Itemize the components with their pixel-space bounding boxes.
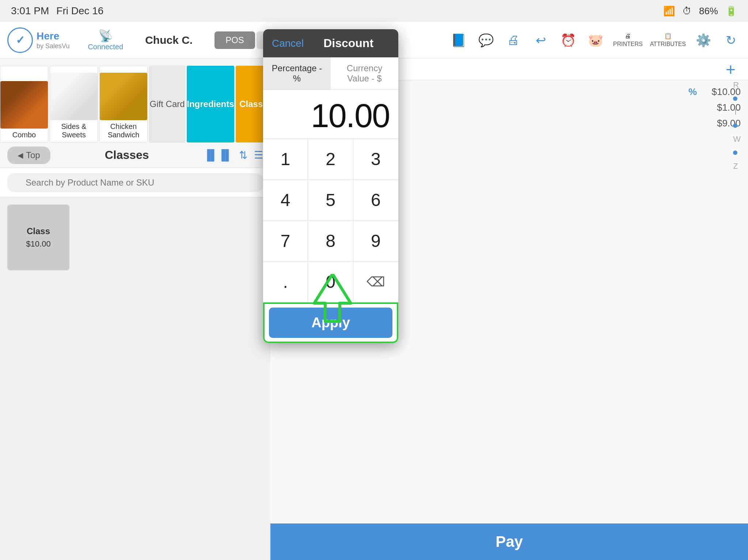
wifi-connected-icon: 📡	[98, 29, 113, 43]
time: 3:01 PM	[11, 5, 49, 17]
sandwich-label: Chicken Sandwich	[100, 122, 147, 139]
dot-2	[733, 123, 737, 128]
currency-type-button[interactable]: Currency Value - $	[331, 57, 398, 89]
combo-label: Combo	[12, 131, 36, 139]
wifi-icon: 📶	[663, 5, 675, 17]
category-sides[interactable]: Sides & Sweets	[50, 66, 98, 142]
numpad-9[interactable]: 9	[353, 221, 398, 262]
letter-w[interactable]: W	[733, 134, 741, 144]
logo-area: ✓ Here by SalesVu	[7, 27, 69, 53]
dot-3	[733, 151, 737, 155]
logo-salesvu: by SalesVu	[37, 42, 69, 50]
attributes-label: ATTRIBUTES	[650, 41, 686, 47]
discount-modal: Cancel Discount Percentage - % Currency …	[263, 29, 398, 343]
letter-r[interactable]: R	[733, 80, 741, 90]
connected-label: Connected	[88, 43, 123, 51]
category-gift-card[interactable]: Gift Card	[149, 66, 185, 142]
numpad: 1 2 3 4 5 6 7 8 9 . 0 ⌫	[263, 138, 398, 302]
search-bar	[0, 168, 270, 197]
alarm-icon[interactable]: ⏰	[558, 30, 578, 50]
classes-icons: ▐▌▐▌ ⇅ ☰	[204, 149, 263, 161]
logo-icon: ✓	[7, 27, 33, 53]
letter-z[interactable]: Z	[733, 161, 741, 171]
category-combo[interactable]: Combo	[0, 66, 48, 142]
facebook-icon[interactable]: 📘	[449, 30, 469, 50]
dot-1	[733, 96, 737, 101]
sweets-image	[50, 73, 98, 120]
classes-title: Classes	[105, 148, 149, 162]
header-icons: 📘 💬 🖨 ↩ ⏰ 🐷 🖨 PRINTERS 📋 ATTRIBUTES ⚙️ ↻	[449, 30, 741, 50]
gift-card-label: Gift Card	[150, 99, 185, 109]
printers-label: PRINTERS	[613, 41, 643, 47]
ingredients-label: Ingredients	[187, 99, 234, 109]
classes-bar: Top Classes ▐▌▐▌ ⇅ ☰	[0, 142, 270, 168]
numpad-5[interactable]: 5	[308, 180, 353, 221]
product-name: Class	[27, 226, 50, 236]
numpad-3[interactable]: 3	[353, 139, 398, 180]
numpad-7[interactable]: 7	[263, 221, 308, 262]
sidebar-letters: R T W Z	[733, 80, 741, 171]
numpad-4[interactable]: 4	[263, 180, 308, 221]
category-sandwich[interactable]: Chicken Sandwich	[99, 66, 148, 142]
piggy-icon[interactable]: 🐷	[586, 30, 606, 50]
discount-value: 10.00	[311, 98, 390, 134]
battery-icon: 🔋	[725, 5, 737, 17]
sides-label: Sides & Sweets	[50, 122, 98, 139]
attributes-area[interactable]: 📋 ATTRIBUTES	[650, 33, 686, 47]
top-button[interactable]: Top	[7, 146, 50, 164]
category-ingredients[interactable]: Ingredients	[187, 66, 234, 142]
top-button-label: Top	[26, 150, 40, 160]
menu-icon[interactable]: ☰	[254, 149, 263, 161]
cancel-button[interactable]: Cancel	[272, 38, 304, 49]
combo-image	[0, 81, 48, 129]
refresh-icon[interactable]: ↻	[721, 30, 741, 50]
category-class[interactable]: Class	[236, 66, 267, 142]
attributes-icon: 📋	[664, 33, 672, 39]
settings-icon[interactable]: ⚙️	[693, 30, 713, 50]
logo-here: Here	[37, 30, 69, 42]
search-input[interactable]	[7, 173, 263, 192]
product-class[interactable]: Class $10.00	[7, 205, 69, 270]
apply-button[interactable]: Apply	[269, 308, 392, 338]
search-wrapper	[7, 173, 263, 192]
add-item-button[interactable]: +	[721, 59, 741, 79]
numpad-dot[interactable]: .	[263, 262, 308, 302]
battery-percentage: 86%	[699, 5, 718, 17]
numpad-0[interactable]: 0	[308, 262, 353, 302]
modal-header: Cancel Discount	[263, 29, 398, 57]
date: Fri Dec 16	[56, 5, 103, 17]
pay-button-label: Pay	[495, 533, 523, 551]
status-bar: 3:01 PM Fri Dec 16 📶 ⏱ 86% 🔋	[0, 0, 748, 22]
product-price: $10.00	[26, 239, 50, 249]
numpad-6[interactable]: 6	[353, 180, 398, 221]
numpad-8[interactable]: 8	[308, 221, 353, 262]
discount-pct-label: %	[688, 86, 697, 98]
pay-button[interactable]: Pay	[270, 523, 748, 560]
modal-type-row: Percentage - % Currency Value - $	[263, 57, 398, 90]
apply-row: Apply	[263, 302, 398, 343]
user-name: Chuck C.	[145, 34, 193, 46]
sort-icon[interactable]: ⇅	[239, 149, 247, 161]
class-label: Class	[239, 99, 263, 109]
percentage-type-button[interactable]: Percentage - %	[263, 57, 331, 89]
product-grid: Class $10.00	[0, 197, 270, 560]
numpad-backspace[interactable]: ⌫	[353, 262, 398, 302]
numpad-2[interactable]: 2	[308, 139, 353, 180]
discount-display: 10.00	[263, 90, 398, 138]
tab-pos[interactable]: POS	[214, 31, 255, 49]
numpad-1[interactable]: 1	[263, 139, 308, 180]
sandwich-image	[100, 73, 147, 120]
connected-area: 📡 Connected	[88, 29, 123, 51]
letter-t[interactable]: T	[733, 107, 741, 117]
printers-area[interactable]: 🖨 PRINTERS	[613, 33, 643, 47]
printer-small-icon[interactable]: 🖨	[504, 30, 524, 50]
barcode-icon[interactable]: ▐▌▐▌	[204, 149, 232, 161]
printers-icon: 🖨	[625, 33, 631, 39]
modal-title: Discount	[307, 37, 390, 50]
category-bar: Combo Sides & Sweets Chicken Sandwich Gi…	[0, 58, 270, 142]
message-icon[interactable]: 💬	[476, 30, 496, 50]
share-icon[interactable]: ↩	[531, 30, 551, 50]
clock-icon: ⏱	[682, 5, 692, 17]
